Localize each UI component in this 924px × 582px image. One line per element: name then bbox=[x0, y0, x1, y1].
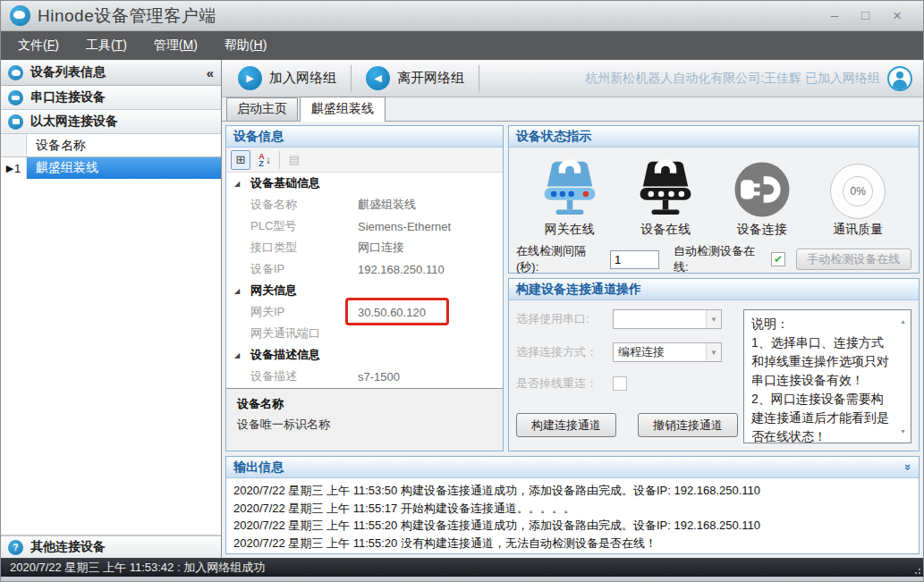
sidebar-item-serial-devices[interactable]: 串口连接设备 bbox=[1, 86, 221, 110]
leave-network-group-button[interactable]: ◀ 离开网络组 bbox=[353, 60, 477, 97]
menu-tools[interactable]: 工具(T) bbox=[72, 31, 140, 60]
log-line: 2020/7/22 星期三 上午 11:55:20 没有构建连接通道，无法自动检… bbox=[233, 535, 911, 552]
prop-device-description[interactable]: 设备描述s7-1500 bbox=[226, 366, 503, 387]
connect-mode-dropdown[interactable]: 编程连接 ▼ bbox=[613, 342, 722, 362]
tab-home[interactable]: 启动主页 bbox=[226, 97, 298, 121]
menu-help[interactable]: 帮助(H) bbox=[211, 31, 280, 60]
log-line: 2020/7/22 星期三 上午 11:53:50 构建设备连接通道成功，添加设… bbox=[233, 482, 911, 500]
indicator-device-connect: 设备连接 bbox=[714, 153, 810, 238]
join-network-group-button[interactable]: ▶ 加入网络组 bbox=[225, 60, 349, 97]
manual-detect-button[interactable]: 手动检测设备在线 bbox=[796, 249, 911, 270]
comm-quality-value: 0% bbox=[843, 176, 873, 207]
category-description-info[interactable]: ◢设备描述信息 bbox=[226, 344, 503, 366]
interval-label: 在线检测间隔(秒): bbox=[516, 243, 605, 275]
tab-device[interactable]: 麒盛组装线 bbox=[300, 97, 386, 122]
menubar: 文件(F) 工具(T) 管理(M) 帮助(H) bbox=[1, 31, 923, 60]
status-panel-title: 设备状态指示 bbox=[509, 126, 919, 148]
serial-select-dropdown[interactable]: ▼ bbox=[613, 309, 722, 329]
log-line: 2020/7/22 星期三 上午 11:55:20 构建设备连接通道成功，添加设… bbox=[233, 517, 911, 535]
sidebar-item-ethernet-devices[interactable]: 以太网连接设备 bbox=[1, 110, 221, 134]
menu-file[interactable]: 文件(F) bbox=[4, 31, 72, 60]
device-connect-icon bbox=[733, 153, 792, 219]
sidebar-header: 设备列表信息 « bbox=[1, 60, 221, 86]
scroll-up-icon[interactable]: ▲ bbox=[900, 312, 906, 331]
collapse-caret-icon: ◢ bbox=[234, 351, 243, 359]
titlebar: Hinode设备管理客户端 – □ × bbox=[1, 1, 923, 31]
device-table-header: 设备名称 bbox=[1, 134, 221, 157]
prop-gateway-ip[interactable]: 网关IP 30.50.60.120 bbox=[226, 301, 503, 323]
prop-device-name[interactable]: 设备名称麒盛组装线 bbox=[226, 194, 503, 215]
question-icon: ? bbox=[8, 540, 23, 555]
statusbar-text: 2020/7/22 星期三 上午 11:53:42 : 加入网络组成功 bbox=[10, 560, 265, 576]
prop-gateway-port[interactable]: 网关通讯端口 bbox=[226, 323, 503, 344]
close-button[interactable]: × bbox=[893, 8, 902, 23]
serial-port-icon bbox=[8, 90, 23, 105]
device-info-title: 设备信息 bbox=[226, 126, 503, 148]
menu-manage[interactable]: 管理(M) bbox=[140, 31, 211, 60]
serial-select-label: 选择使用串口: bbox=[516, 311, 613, 327]
property-description-box: 设备名称 设备唯一标识名称 bbox=[226, 388, 503, 451]
resize-grip[interactable] bbox=[912, 566, 921, 575]
window-bottom-edge bbox=[1, 577, 923, 581]
tab-page: 设备信息 ⊞ AZ ↓ ▤ ◢设备基础信息 设备名称麒盛 bbox=[222, 122, 923, 558]
connect-mode-label: 选择连接方式： bbox=[516, 344, 613, 360]
window-title: Hinode设备管理客户端 bbox=[38, 4, 216, 28]
category-gateway-info[interactable]: ◢网关信息 bbox=[226, 280, 503, 301]
minimize-button[interactable]: – bbox=[831, 8, 838, 23]
ethernet-icon bbox=[8, 114, 23, 130]
app-window: Hinode设备管理客户端 – □ × 文件(F) 工具(T) 管理(M) 帮助… bbox=[0, 0, 924, 582]
prop-device-ip[interactable]: 设备IP192.168.250.110 bbox=[226, 258, 503, 280]
gateway-online-icon bbox=[535, 153, 605, 219]
device-list-sidebar: 设备列表信息 « 串口连接设备 以太网连接设备 设备名称 ▶1 麒盛组装线 bbox=[1, 60, 222, 558]
auto-detect-label: 自动检测设备在线: bbox=[674, 243, 766, 275]
indicator-comm-quality: 0% 通讯质量 bbox=[810, 153, 907, 238]
instructions-box: 说明： 1、选择串口、连接方式和掉线重连操作选项只对串口连接设备有效！ 2、网口… bbox=[743, 309, 911, 443]
reconnect-checkbox[interactable] bbox=[613, 376, 627, 391]
categorized-view-icon[interactable]: ⊞ bbox=[231, 150, 250, 170]
reconnect-label: 是否掉线重连： bbox=[516, 375, 613, 392]
revoke-channel-button[interactable]: 撤销连接通道 bbox=[638, 413, 738, 437]
dropdown-arrow-icon[interactable]: ▼ bbox=[706, 343, 721, 361]
join-network-icon: ▶ bbox=[238, 66, 262, 90]
scroll-down-icon[interactable]: ▼ bbox=[900, 422, 906, 441]
table-row-device[interactable]: ▶1 麒盛组装线 bbox=[1, 157, 221, 179]
leave-network-icon: ◀ bbox=[366, 66, 390, 90]
device-list-icon bbox=[8, 65, 23, 80]
sidebar-item-other-devices[interactable]: ? 其他连接设备 bbox=[1, 536, 221, 558]
toolbar-separator bbox=[279, 151, 280, 169]
device-info-panel: 设备信息 ⊞ AZ ↓ ▤ ◢设备基础信息 设备名称麒盛 bbox=[225, 125, 504, 451]
output-log-area[interactable]: 2020/7/22 星期三 上午 11:53:50 构建设备连接通道成功，添加设… bbox=[226, 478, 919, 553]
collapse-caret-icon: ◢ bbox=[234, 180, 243, 188]
property-grid: ◢设备基础信息 设备名称麒盛组装线 PLC型号Siemens-Ethernet … bbox=[226, 173, 503, 387]
prop-plc-model[interactable]: PLC型号Siemens-Ethernet bbox=[226, 215, 503, 237]
toolbar-separator bbox=[479, 65, 479, 92]
comm-quality-gauge-icon: 0% bbox=[830, 153, 886, 219]
indicator-device-online: 设备在线 bbox=[618, 153, 715, 238]
alphabetical-sort-icon[interactable]: AZ ↓ bbox=[255, 150, 275, 170]
indicator-gateway-online: 网关在线 bbox=[521, 153, 618, 238]
dropdown-arrow-icon[interactable]: ▼ bbox=[706, 310, 721, 328]
statusbar: 2020/7/22 星期三 上午 11:53:42 : 加入网络组成功 bbox=[1, 558, 923, 577]
user-status-text: 杭州新松机器人自动化有限公司:王佳辉 已加入网络组 bbox=[585, 71, 880, 87]
prop-interface-type[interactable]: 接口类型网口连接 bbox=[226, 237, 503, 258]
output-panel-title: 输出信息 » bbox=[226, 457, 919, 478]
output-panel: 输出信息 » 2020/7/22 星期三 上午 11:53:50 构建设备连接通… bbox=[225, 456, 920, 554]
interval-input[interactable] bbox=[610, 250, 659, 269]
maximize-button[interactable]: □ bbox=[861, 8, 869, 23]
user-avatar[interactable] bbox=[887, 66, 912, 91]
device-status-panel: 设备状态指示 bbox=[508, 125, 920, 274]
app-logo-icon bbox=[10, 5, 30, 26]
category-basic-info[interactable]: ◢设备基础信息 bbox=[226, 173, 503, 194]
build-channel-panel: 构建设备连接通道操作 选择使用串口: ▼ bbox=[508, 278, 920, 451]
collapse-sidebar-button[interactable]: « bbox=[207, 65, 214, 80]
device-online-icon bbox=[631, 153, 700, 219]
scrollbar[interactable]: ▲ ▼ bbox=[897, 312, 909, 441]
device-table: 设备名称 ▶1 麒盛组装线 bbox=[1, 134, 221, 536]
device-name-column-header: 设备名称 bbox=[27, 134, 221, 156]
collapse-output-icon[interactable]: » bbox=[902, 464, 915, 470]
build-channel-button[interactable]: 构建连接通道 bbox=[516, 413, 616, 437]
toolbar-separator bbox=[351, 65, 352, 92]
tabstrip: 启动主页 麒盛组装线 bbox=[222, 97, 923, 122]
auto-detect-checkbox[interactable]: ✔ bbox=[771, 252, 784, 266]
device-name-cell[interactable]: 麒盛组装线 bbox=[27, 157, 221, 179]
